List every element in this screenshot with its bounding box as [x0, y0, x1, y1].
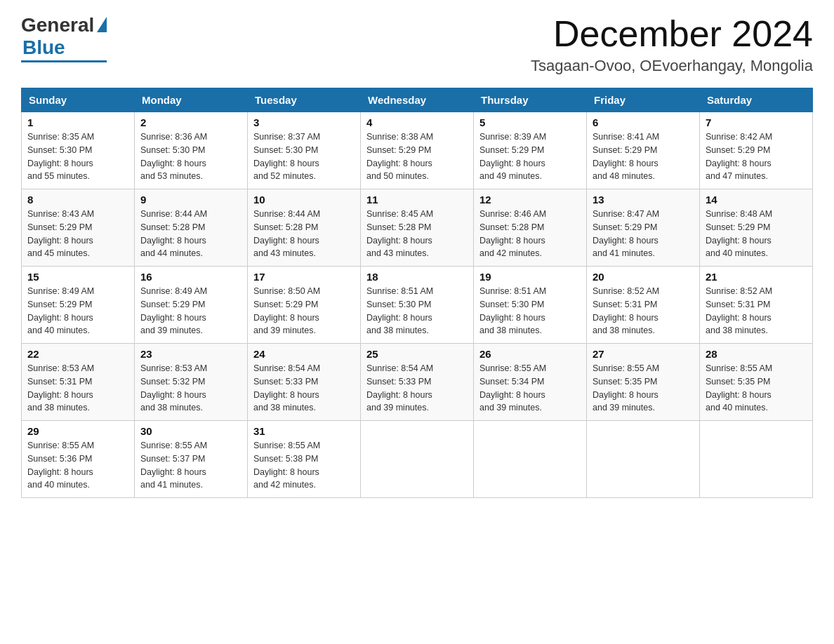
day-number: 14 — [706, 194, 807, 206]
calendar-cell: 23 Sunrise: 8:53 AM Sunset: 5:32 PM Dayl… — [135, 344, 248, 421]
calendar-cell: 30 Sunrise: 8:55 AM Sunset: 5:37 PM Dayl… — [135, 421, 248, 498]
day-info: Sunrise: 8:52 AM Sunset: 5:31 PM Dayligh… — [593, 285, 694, 337]
calendar-cell: 7 Sunrise: 8:42 AM Sunset: 5:29 PM Dayli… — [700, 112, 813, 189]
calendar-cell — [700, 421, 813, 498]
day-number: 25 — [366, 348, 468, 360]
day-number: 24 — [253, 348, 355, 360]
day-number: 17 — [253, 271, 355, 283]
calendar-cell: 17 Sunrise: 8:50 AM Sunset: 5:29 PM Dayl… — [248, 267, 361, 344]
calendar-cell: 16 Sunrise: 8:49 AM Sunset: 5:29 PM Dayl… — [135, 267, 248, 344]
day-number: 2 — [140, 116, 241, 128]
day-info: Sunrise: 8:53 AM Sunset: 5:31 PM Dayligh… — [27, 362, 128, 415]
day-info: Sunrise: 8:42 AM Sunset: 5:29 PM Dayligh… — [706, 130, 807, 183]
day-number: 16 — [140, 271, 241, 283]
location-title: Tsagaan-Ovoo, OEvoerhangay, Mongolia — [531, 57, 813, 75]
day-number: 22 — [27, 348, 128, 360]
day-number: 21 — [706, 271, 807, 283]
calendar-cell: 15 Sunrise: 8:49 AM Sunset: 5:29 PM Dayl… — [22, 267, 135, 344]
day-info: Sunrise: 8:48 AM Sunset: 5:29 PM Dayligh… — [706, 208, 807, 260]
calendar-cell: 11 Sunrise: 8:45 AM Sunset: 5:28 PM Dayl… — [361, 189, 474, 267]
day-info: Sunrise: 8:49 AM Sunset: 5:29 PM Dayligh… — [140, 285, 241, 337]
day-number: 18 — [366, 271, 468, 283]
day-number: 20 — [593, 271, 694, 283]
header-tuesday: Tuesday — [248, 88, 361, 112]
day-info: Sunrise: 8:36 AM Sunset: 5:30 PM Dayligh… — [140, 130, 241, 183]
day-info: Sunrise: 8:47 AM Sunset: 5:29 PM Dayligh… — [593, 208, 694, 260]
calendar-cell: 13 Sunrise: 8:47 AM Sunset: 5:29 PM Dayl… — [587, 189, 700, 267]
day-info: Sunrise: 8:44 AM Sunset: 5:28 PM Dayligh… — [140, 208, 241, 260]
day-info: Sunrise: 8:55 AM Sunset: 5:37 PM Dayligh… — [140, 439, 241, 492]
calendar-cell: 22 Sunrise: 8:53 AM Sunset: 5:31 PM Dayl… — [22, 344, 135, 421]
calendar-cell: 3 Sunrise: 8:37 AM Sunset: 5:30 PM Dayli… — [248, 112, 361, 189]
calendar-cell: 26 Sunrise: 8:55 AM Sunset: 5:34 PM Dayl… — [474, 344, 587, 421]
day-info: Sunrise: 8:52 AM Sunset: 5:31 PM Dayligh… — [706, 285, 807, 337]
logo-underline — [21, 60, 107, 62]
day-info: Sunrise: 8:46 AM Sunset: 5:28 PM Dayligh… — [479, 208, 581, 260]
day-number: 3 — [253, 116, 355, 128]
day-info: Sunrise: 8:55 AM Sunset: 5:35 PM Dayligh… — [593, 362, 694, 415]
day-number: 19 — [479, 271, 581, 283]
day-number: 1 — [27, 116, 128, 128]
day-number: 11 — [366, 194, 468, 206]
calendar-cell: 9 Sunrise: 8:44 AM Sunset: 5:28 PM Dayli… — [135, 189, 248, 267]
calendar-cell: 28 Sunrise: 8:55 AM Sunset: 5:35 PM Dayl… — [700, 344, 813, 421]
calendar-cell: 2 Sunrise: 8:36 AM Sunset: 5:30 PM Dayli… — [135, 112, 248, 189]
day-info: Sunrise: 8:55 AM Sunset: 5:38 PM Dayligh… — [253, 439, 355, 492]
header-wednesday: Wednesday — [361, 88, 474, 112]
logo-triangle-icon — [97, 17, 107, 32]
day-number: 30 — [140, 425, 241, 437]
day-number: 13 — [593, 194, 694, 206]
header-thursday: Thursday — [474, 88, 587, 112]
calendar-cell: 25 Sunrise: 8:54 AM Sunset: 5:33 PM Dayl… — [361, 344, 474, 421]
day-info: Sunrise: 8:45 AM Sunset: 5:28 PM Dayligh… — [366, 208, 468, 260]
day-number: 28 — [706, 348, 807, 360]
day-info: Sunrise: 8:50 AM Sunset: 5:29 PM Dayligh… — [253, 285, 355, 337]
logo-general-text: General — [21, 14, 94, 36]
day-info: Sunrise: 8:53 AM Sunset: 5:32 PM Dayligh… — [140, 362, 241, 415]
day-info: Sunrise: 8:51 AM Sunset: 5:30 PM Dayligh… — [479, 285, 581, 337]
day-number: 26 — [479, 348, 581, 360]
day-info: Sunrise: 8:43 AM Sunset: 5:29 PM Dayligh… — [27, 208, 128, 260]
day-number: 4 — [366, 116, 468, 128]
day-number: 12 — [479, 194, 581, 206]
title-section: December 2024 Tsagaan-Ovoo, OEvoerhangay… — [531, 14, 813, 75]
header-saturday: Saturday — [700, 88, 813, 112]
calendar-cell: 8 Sunrise: 8:43 AM Sunset: 5:29 PM Dayli… — [22, 189, 135, 267]
day-number: 7 — [706, 116, 807, 128]
calendar-cell: 29 Sunrise: 8:55 AM Sunset: 5:36 PM Dayl… — [22, 421, 135, 498]
calendar-week-row: 29 Sunrise: 8:55 AM Sunset: 5:36 PM Dayl… — [22, 421, 813, 498]
day-number: 8 — [27, 194, 128, 206]
calendar-cell: 5 Sunrise: 8:39 AM Sunset: 5:29 PM Dayli… — [474, 112, 587, 189]
day-info: Sunrise: 8:41 AM Sunset: 5:29 PM Dayligh… — [593, 130, 694, 183]
header-monday: Monday — [135, 88, 248, 112]
calendar-week-row: 8 Sunrise: 8:43 AM Sunset: 5:29 PM Dayli… — [22, 189, 813, 267]
day-number: 5 — [479, 116, 581, 128]
calendar-cell: 24 Sunrise: 8:54 AM Sunset: 5:33 PM Dayl… — [248, 344, 361, 421]
day-info: Sunrise: 8:51 AM Sunset: 5:30 PM Dayligh… — [366, 285, 468, 337]
calendar-cell — [587, 421, 700, 498]
calendar-cell: 14 Sunrise: 8:48 AM Sunset: 5:29 PM Dayl… — [700, 189, 813, 267]
calendar-cell: 18 Sunrise: 8:51 AM Sunset: 5:30 PM Dayl… — [361, 267, 474, 344]
day-info: Sunrise: 8:37 AM Sunset: 5:30 PM Dayligh… — [253, 130, 355, 183]
day-info: Sunrise: 8:35 AM Sunset: 5:30 PM Dayligh… — [27, 130, 128, 183]
calendar-cell: 21 Sunrise: 8:52 AM Sunset: 5:31 PM Dayl… — [700, 267, 813, 344]
calendar-cell: 31 Sunrise: 8:55 AM Sunset: 5:38 PM Dayl… — [248, 421, 361, 498]
day-number: 6 — [593, 116, 694, 128]
day-number: 15 — [27, 271, 128, 283]
day-number: 31 — [253, 425, 355, 437]
day-info: Sunrise: 8:55 AM Sunset: 5:35 PM Dayligh… — [706, 362, 807, 415]
calendar-week-row: 1 Sunrise: 8:35 AM Sunset: 5:30 PM Dayli… — [22, 112, 813, 189]
header-friday: Friday — [587, 88, 700, 112]
day-number: 27 — [593, 348, 694, 360]
header-sunday: Sunday — [22, 88, 135, 112]
logo-blue-text: Blue — [22, 36, 65, 59]
page-header: General Blue December 2024 Tsagaan-Ovoo,… — [21, 14, 813, 75]
day-number: 23 — [140, 348, 241, 360]
calendar-cell: 20 Sunrise: 8:52 AM Sunset: 5:31 PM Dayl… — [587, 267, 700, 344]
day-info: Sunrise: 8:55 AM Sunset: 5:36 PM Dayligh… — [27, 439, 128, 492]
day-number: 10 — [253, 194, 355, 206]
calendar-cell: 19 Sunrise: 8:51 AM Sunset: 5:30 PM Dayl… — [474, 267, 587, 344]
day-info: Sunrise: 8:39 AM Sunset: 5:29 PM Dayligh… — [479, 130, 581, 183]
day-info: Sunrise: 8:54 AM Sunset: 5:33 PM Dayligh… — [253, 362, 355, 415]
day-info: Sunrise: 8:44 AM Sunset: 5:28 PM Dayligh… — [253, 208, 355, 260]
